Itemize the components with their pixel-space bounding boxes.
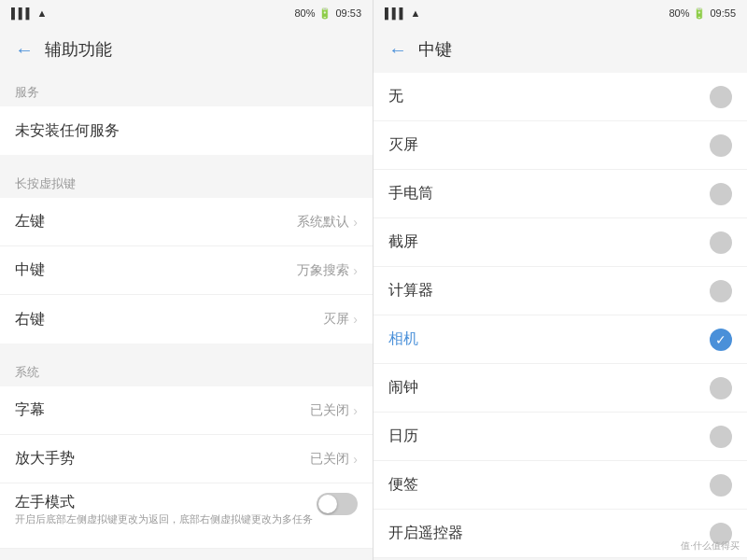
system-group: 字幕 已关闭 › 放大手势 已关闭 › 左手模式 开启后底部左侧虚拟键更改为返回… [0, 386, 373, 549]
right-panel: ▌▌▌ ▲ 80% 🔋 09:55 ← 中键 无灭屏手电筒截屏计算器相机✓闹钟日… [374, 0, 747, 560]
left-title-bar: ← 辅助功能 [0, 26, 373, 73]
left-status-bar: ▌▌▌ ▲ 80% 🔋 09:53 [0, 0, 373, 26]
spacer-1 [0, 155, 373, 164]
right-content: 无灭屏手电筒截屏计算器相机✓闹钟日历便签开启遥控器 [374, 73, 747, 560]
service-group: 未安装任何服务 [0, 106, 373, 155]
right-item-check-screenshot [710, 231, 732, 254]
right-time: 09:55 [710, 7, 736, 19]
no-service-label: 未安装任何服务 [15, 121, 120, 141]
right-list-item-screen-off[interactable]: 灭屏 [374, 121, 747, 170]
right-item-label-none: 无 [388, 87, 403, 106]
right-item-label-camera: 相机 [388, 329, 418, 349]
list-item-right-key[interactable]: 右键 灭屏 › [0, 295, 373, 343]
left-hand-toggle-container[interactable] [317, 493, 358, 515]
right-list-item-none[interactable]: 无 [374, 73, 747, 121]
right-title-bar: ← 中键 [374, 26, 747, 73]
longpress-group: 左键 系统默认 › 中键 万象搜索 › 右键 灭屏 › [0, 198, 373, 343]
left-content: 服务 未安装任何服务 长按虚拟键 左键 系统默认 › 中键 万象搜索 › [0, 73, 373, 560]
right-list-item-flashlight[interactable]: 手电筒 [374, 170, 747, 218]
right-status-right: 80% 🔋 09:55 [669, 7, 736, 20]
left-key-value: 系统默认 › [297, 214, 358, 231]
zoom-label: 放大手势 [15, 449, 75, 469]
right-item-check-alarm [710, 377, 732, 399]
left-signal-icon: ▌▌▌ [11, 7, 33, 19]
right-status-bar: ▌▌▌ ▲ 80% 🔋 09:55 [374, 0, 747, 26]
right-item-label-screen-off: 灭屏 [388, 135, 418, 155]
right-list-item-calculator[interactable]: 计算器 [374, 267, 747, 315]
right-item-label-alarm: 闹钟 [388, 378, 418, 398]
mid-key-label: 中键 [15, 260, 45, 280]
right-title: 中键 [418, 38, 452, 61]
right-list-item-screenshot[interactable]: 截屏 [374, 218, 747, 267]
left-hand-text-area: 左手模式 开启后底部左侧虚拟键更改为返回，底部右侧虚拟键更改为多任务 [15, 493, 317, 530]
mid-key-chevron: › [353, 263, 358, 278]
spacer-2 [0, 343, 373, 353]
left-key-label: 左键 [15, 212, 45, 231]
right-signal-icon: ▌▌▌ [385, 7, 406, 19]
left-battery-icon: 🔋 [318, 7, 331, 20]
right-item-check-calendar [710, 426, 732, 448]
list-item-left-key[interactable]: 左键 系统默认 › [0, 198, 373, 246]
left-status-left: ▌▌▌ ▲ [11, 7, 47, 19]
left-wifi-icon: ▲ [36, 7, 47, 19]
mid-key-value: 万象搜索 › [297, 262, 358, 279]
list-item-mid-key[interactable]: 中键 万象搜索 › [0, 246, 373, 295]
list-item-subtitle[interactable]: 字幕 已关闭 › [0, 386, 373, 435]
right-item-check-calculator [710, 280, 732, 302]
left-back-button[interactable]: ← [15, 39, 34, 61]
section-header-service: 服务 [0, 73, 373, 106]
left-hand-toggle[interactable] [317, 493, 358, 515]
left-hand-label: 左手模式 [15, 493, 317, 512]
subtitle-chevron: › [353, 403, 358, 418]
left-status-right: 80% 🔋 09:53 [294, 7, 361, 20]
right-list-item-calendar[interactable]: 日历 [374, 413, 747, 461]
right-wifi-icon: ▲ [410, 7, 420, 19]
right-key-label: 右键 [15, 310, 45, 329]
right-key-chevron: › [353, 312, 358, 327]
right-item-check-camera: ✓ [710, 329, 732, 351]
section-header-longpress: 长按虚拟键 [0, 164, 373, 198]
right-status-left: ▌▌▌ ▲ [385, 7, 420, 19]
subtitle-label: 字幕 [15, 400, 45, 420]
right-item-label-sticky: 便签 [388, 475, 418, 495]
right-list-item-sticky[interactable]: 便签 [374, 461, 747, 510]
right-item-check-screen-off [710, 134, 732, 157]
left-battery-text: 80% [294, 7, 315, 19]
right-item-label-screenshot: 截屏 [388, 232, 418, 252]
right-item-check-flashlight [710, 183, 732, 205]
section-header-system: 系统 [0, 353, 373, 386]
right-back-button[interactable]: ← [388, 39, 407, 61]
left-key-chevron: › [353, 215, 358, 230]
left-time: 09:53 [335, 7, 361, 19]
left-panel: ▌▌▌ ▲ 80% 🔋 09:53 ← 辅助功能 服务 未安装任何服务 长按虚拟… [0, 0, 374, 560]
subtitle-value: 已关闭 › [310, 402, 358, 419]
right-item-check-none [710, 86, 732, 108]
zoom-chevron: › [353, 452, 358, 467]
right-list-item-camera[interactable]: 相机✓ [374, 315, 747, 364]
right-item-label-remote: 开启遥控器 [388, 524, 463, 543]
right-list-group: 无灭屏手电筒截屏计算器相机✓闹钟日历便签开启遥控器 [374, 73, 747, 558]
right-list-item-alarm[interactable]: 闹钟 [374, 364, 747, 413]
list-item-left-hand[interactable]: 左手模式 开启后底部左侧虚拟键更改为返回，底部右侧虚拟键更改为多任务 [0, 483, 373, 549]
left-title: 辅助功能 [45, 38, 112, 61]
right-item-label-flashlight: 手电筒 [388, 184, 433, 203]
left-hand-desc: 开启后底部左侧虚拟键更改为返回，底部右侧虚拟键更改为多任务 [15, 512, 317, 530]
list-item-no-service[interactable]: 未安装任何服务 [0, 106, 373, 155]
right-battery-text: 80% [669, 7, 689, 19]
watermark: 值·什么值得买 [681, 539, 740, 553]
right-battery-icon: 🔋 [693, 7, 706, 20]
zoom-value: 已关闭 › [310, 451, 358, 468]
list-item-zoom[interactable]: 放大手势 已关闭 › [0, 435, 373, 483]
right-item-label-calculator: 计算器 [388, 281, 433, 301]
right-item-label-calendar: 日历 [388, 427, 418, 446]
right-key-value: 灭屏 › [323, 311, 358, 328]
right-item-check-sticky [710, 474, 732, 497]
